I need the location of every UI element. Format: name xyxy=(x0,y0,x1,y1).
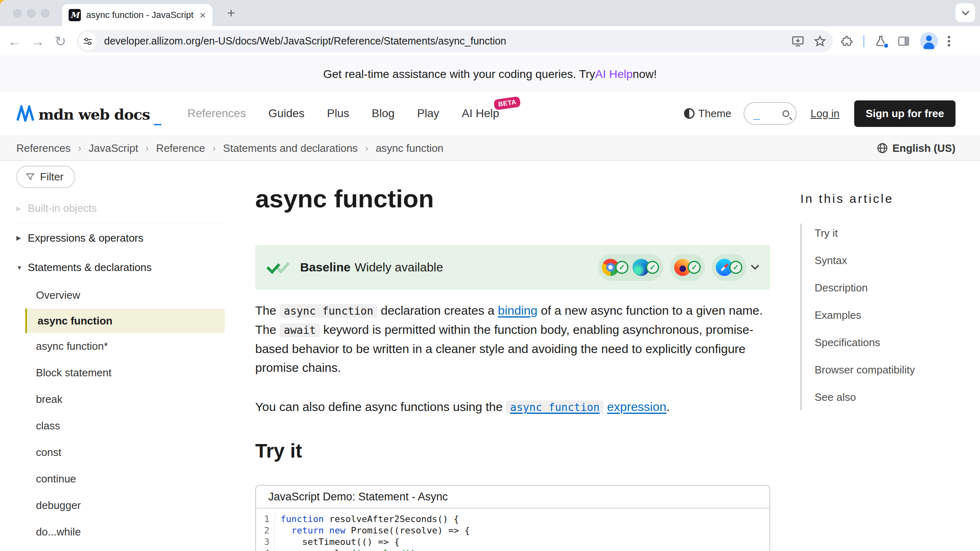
sidebar-item-debugger[interactable]: debugger xyxy=(16,492,225,519)
mdn-logo-text: mdn web docs xyxy=(38,107,150,122)
experiments-button[interactable] xyxy=(874,35,887,48)
sidebar-item-const[interactable]: const xyxy=(16,439,225,466)
tune-icon xyxy=(83,36,93,46)
sidebar-nav: ▶Built-in objects▶Expressions & operator… xyxy=(16,194,225,551)
content-layout: Filter ▶Built-in objects▶Expressions & o… xyxy=(0,161,980,551)
theme-toggle[interactable]: Theme xyxy=(684,107,731,120)
baseline-banner[interactable]: BaselineWidely available ✓✓✓✓ xyxy=(255,245,770,290)
toc-list: Try itSyntaxDescriptionExamplesSpecifica… xyxy=(800,224,964,410)
login-link[interactable]: Log in xyxy=(811,107,840,120)
tab-search-button[interactable] xyxy=(956,3,975,22)
token: resolve( xyxy=(281,548,356,551)
code-line: 1function resolveAfter2Seconds() { xyxy=(256,513,769,525)
nav-item-guides[interactable]: Guides xyxy=(268,107,305,120)
sidebar-section-expressions-operators[interactable]: ▶Expressions & operators xyxy=(16,223,225,253)
sidebar-item-break[interactable]: break xyxy=(16,386,225,413)
breadcrumb-item-async-function[interactable]: async function xyxy=(376,142,443,155)
mdn-logo[interactable]: mdn web docs _ xyxy=(16,105,161,122)
sidebar-section-statements-declarations[interactable]: ▼Statements & declarations xyxy=(16,253,225,282)
line-number: 3 xyxy=(256,536,275,548)
breadcrumb-item-reference[interactable]: Reference xyxy=(156,142,205,155)
toc-item-browser-compatibility[interactable]: Browser compatibility xyxy=(802,364,964,376)
sidebar-item-async-function[interactable]: async function xyxy=(25,309,225,333)
interactive-demo: JavaScript Demo: Statement - Async 1func… xyxy=(255,485,770,551)
theme-label: Theme xyxy=(698,107,731,120)
browser-toolbar: ← → ↻ developer.allizom.org/en-US/docs/W… xyxy=(0,26,980,56)
sidebar-item-empty-statement[interactable]: Empty statement xyxy=(16,545,225,551)
nav-item-ai-help[interactable]: AI HelpBETA xyxy=(462,107,499,120)
baseline-icon xyxy=(266,260,291,275)
promo-ai-help-link[interactable]: AI Help xyxy=(595,68,633,81)
sidebar-item-block-statement[interactable]: Block statement xyxy=(16,360,225,386)
nav-item-plus[interactable]: Plus xyxy=(327,107,349,120)
check-icon: ✓ xyxy=(615,261,628,274)
screen: M async function - JavaScript | × + ← → … xyxy=(0,0,980,551)
chevron-down-icon xyxy=(962,8,969,15)
profile-avatar[interactable] xyxy=(920,32,938,50)
signup-button[interactable]: Sign up for free xyxy=(854,100,956,127)
inline-code: await xyxy=(280,323,320,337)
nav-item-blog[interactable]: Blog xyxy=(372,107,394,120)
link-async-function[interactable]: async function xyxy=(506,400,604,413)
side-panel-icon[interactable] xyxy=(897,35,910,48)
sidebar-item-continue[interactable]: continue xyxy=(16,466,225,492)
address-bar[interactable]: developer.allizom.org/en-US/docs/Web/Jav… xyxy=(77,30,833,52)
toc-item-see-also[interactable]: See also xyxy=(802,391,964,404)
link-binding[interactable]: binding xyxy=(498,304,537,317)
browser-tab[interactable]: M async function - JavaScript | × xyxy=(62,4,212,26)
site-settings-button[interactable] xyxy=(79,32,97,50)
token: new xyxy=(329,525,345,535)
theme-icon xyxy=(684,108,695,119)
language-switcher[interactable]: English (US) xyxy=(877,142,956,155)
tab-close-icon[interactable]: × xyxy=(200,10,206,20)
extensions-icon[interactable] xyxy=(841,35,853,47)
toc-item-description[interactable]: Description xyxy=(802,282,964,294)
forward-button[interactable]: → xyxy=(26,34,49,48)
toc-item-examples[interactable]: Examples xyxy=(802,309,964,322)
sidebar-item-overview[interactable]: Overview xyxy=(16,282,225,309)
breadcrumb-item-javascript[interactable]: JavaScript xyxy=(89,142,138,155)
minimize-window-button[interactable] xyxy=(27,9,36,18)
install-app-button[interactable] xyxy=(791,35,804,48)
sidebar-section-built-in-objects[interactable]: ▶Built-in objects xyxy=(16,194,225,223)
close-window-button[interactable] xyxy=(13,9,22,18)
nav-item-references[interactable]: References xyxy=(187,107,246,120)
breadcrumb-bar: References›JavaScript›Reference›Statemen… xyxy=(0,136,980,161)
toolbar-actions xyxy=(841,32,956,50)
sidebar-section-label: Statements & declarations xyxy=(28,261,152,274)
breadcrumb-item-statements-and-declarations[interactable]: Statements and declarations xyxy=(223,142,358,155)
sidebar-item-do-while[interactable]: do...while xyxy=(16,519,225,545)
article-paragraph: You can also define async functions usin… xyxy=(255,398,770,417)
language-label: English (US) xyxy=(892,142,956,155)
filter-button[interactable]: Filter xyxy=(16,166,75,188)
demo-code-editor[interactable]: 1function resolveAfter2Seconds() {2 retu… xyxy=(256,509,769,551)
baseline-expand-chevron-icon[interactable] xyxy=(751,262,759,270)
inline-code: async function xyxy=(280,304,377,318)
zoom-window-button[interactable] xyxy=(41,9,49,18)
site-header: mdn web docs _ ReferencesGuidesPlusBlogP… xyxy=(0,91,980,136)
nav-item-play[interactable]: Play xyxy=(417,107,439,120)
reload-button[interactable]: ↻ xyxy=(49,34,72,48)
search-icon[interactable] xyxy=(782,110,789,117)
browser-support-safari: ✓ xyxy=(716,259,742,276)
link-expression[interactable]: expression xyxy=(607,400,666,413)
line-number: 2 xyxy=(256,525,275,536)
beta-badge: BETA xyxy=(494,96,521,111)
code-text: function resolveAfter2Seconds() { xyxy=(275,513,459,525)
bookmark-button[interactable] xyxy=(813,35,826,48)
menu-kebab-icon[interactable] xyxy=(948,36,950,38)
breadcrumb-item-references[interactable]: References xyxy=(16,142,71,155)
toc-item-syntax[interactable]: Syntax xyxy=(802,254,964,267)
toc-item-try-it[interactable]: Try it xyxy=(802,227,964,240)
breadcrumb-separator: › xyxy=(212,142,216,154)
code-line: 3 setTimeout(() => { xyxy=(256,536,769,548)
new-tab-button[interactable]: + xyxy=(227,5,235,21)
url-text[interactable]: developer.allizom.org/en-US/docs/Web/Jav… xyxy=(104,35,782,47)
tryit-heading: Try it xyxy=(255,440,770,462)
breadcrumb-separator: › xyxy=(365,142,368,154)
sidebar-item-async-function[interactable]: async function* xyxy=(16,333,225,360)
sidebar-item-class[interactable]: class xyxy=(16,413,225,439)
back-button[interactable]: ← xyxy=(3,34,26,48)
search-input[interactable]: _ xyxy=(744,102,797,125)
toc-item-specifications[interactable]: Specifications xyxy=(802,336,964,349)
